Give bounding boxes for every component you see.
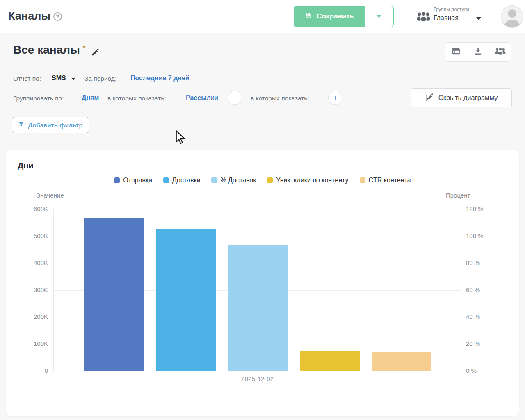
legend-item[interactable]: Уник. клики по контенту [267, 177, 348, 184]
chart-card: Дни ОтправкиДоставки% ДоставокУник. клик… [6, 150, 519, 416]
chevron-down-icon [376, 15, 382, 18]
chart-legend: ОтправкиДоставки% ДоставокУник. клики по… [6, 177, 519, 184]
right-axis-ticks: 120 %100 %80 %60 %40 %20 %0 % [466, 209, 503, 371]
bar-Уник. клики по контенту [300, 351, 360, 371]
legend-swatch [360, 177, 365, 183]
minus-icon: − [233, 93, 237, 102]
download-button[interactable] [467, 42, 489, 62]
access-groups-icon [416, 11, 431, 25]
edit-title-icon[interactable] [91, 48, 100, 58]
plus-icon: + [333, 93, 338, 102]
left-axis-tick-label: 200K [34, 313, 48, 321]
bar-% Доставок [228, 245, 288, 371]
save-options-button[interactable] [364, 6, 393, 27]
help-icon[interactable]: ? [53, 12, 62, 21]
table-icon [451, 46, 461, 58]
users-icon [495, 47, 506, 58]
left-axis-tick-label: 600K [34, 205, 48, 213]
add-dimension-button[interactable]: + [328, 91, 342, 105]
app-header: Каналы ? Сохранить [0, 0, 525, 33]
left-axis-tick-label: 500K [34, 232, 48, 240]
right-axis-tick-label: 80 % [466, 259, 480, 267]
legend-label: % Доставок [220, 177, 256, 184]
bar-Доставки [156, 229, 216, 371]
group-by-link[interactable]: Дням [82, 94, 99, 102]
group-by-label: Группировать по: [13, 95, 64, 102]
legend-label: CTR контента [369, 177, 411, 184]
legend-item[interactable]: Отправки [114, 177, 152, 184]
mouse-cursor [175, 130, 186, 148]
left-axis-ticks: 600K500K400K300K200K100K0 [6, 209, 48, 371]
left-axis-tick-label: 400K [34, 259, 48, 267]
access-groups-label: Группы доступа [434, 7, 470, 12]
share-access-button[interactable] [489, 42, 511, 62]
report-by-label: Отчет по: [13, 75, 41, 82]
legend-label: Доставки [172, 177, 200, 184]
remove-dimension-button[interactable]: − [228, 91, 242, 105]
chart-slash-icon [425, 93, 434, 103]
add-filter-button[interactable]: Добавить фильтр [12, 117, 89, 133]
show-in-label-2: в которых показать: [251, 95, 309, 102]
save-button[interactable]: Сохранить [294, 6, 364, 27]
chart-card-title: Дни [18, 161, 34, 170]
avatar[interactable] [501, 5, 523, 28]
right-axis-tick-label: 20 % [466, 340, 480, 348]
left-axis-tick-label: 100K [34, 340, 48, 348]
chevron-down-icon[interactable] [71, 78, 75, 81]
x-axis-category: 2025-12-02 [53, 375, 461, 383]
report-by-select[interactable]: SMS [52, 75, 66, 82]
right-axis-tick-label: 60 % [466, 286, 480, 294]
show-in-link[interactable]: Рассылки [186, 94, 218, 102]
add-filter-label: Добавить фильтр [28, 122, 82, 129]
legend-swatch [211, 177, 217, 183]
left-axis-tick-label: 300K [34, 286, 48, 294]
left-axis-tick-label: 0 [45, 367, 48, 375]
header-divider [399, 7, 399, 27]
left-axis-title: Значение [37, 192, 64, 199]
period-label: За период: [84, 75, 116, 82]
legend-item[interactable]: Доставки [163, 177, 200, 184]
right-axis-tick-label: 100 % [466, 232, 484, 240]
legend-swatch [163, 177, 169, 183]
legend-item[interactable]: % Доставок [211, 177, 256, 184]
chevron-down-icon[interactable] [476, 17, 481, 20]
legend-swatch [267, 177, 273, 183]
bar-Отправки [84, 218, 144, 371]
hide-chart-label: Скрыть диаграмму [438, 94, 498, 102]
legend-label: Отправки [123, 177, 152, 184]
save-split-button[interactable]: Сохранить [294, 6, 394, 27]
hide-chart-button[interactable]: Скрыть диаграмму [411, 88, 512, 107]
legend-label: Уник. клики по контенту [276, 177, 348, 184]
table-view-button[interactable] [445, 42, 467, 62]
period-link[interactable]: Последние 7 дней [130, 75, 189, 82]
page-title: Каналы [8, 10, 50, 23]
legend-swatch [114, 177, 120, 183]
bar-CTR контента [372, 352, 431, 371]
right-axis-tick-label: 120 % [466, 205, 484, 213]
report-title: Все каналы [13, 43, 80, 57]
download-icon [473, 46, 483, 58]
unsaved-star-icon: ★ [82, 43, 87, 50]
right-axis-tick-label: 40 % [466, 313, 480, 321]
access-group-selector[interactable]: Главная [434, 14, 459, 22]
right-axis-tick-label: 0 % [466, 367, 477, 375]
right-axis-title: Процент [446, 192, 470, 199]
report-actions-group [445, 42, 511, 62]
legend-item[interactable]: CTR контента [360, 177, 411, 184]
plot-area [53, 209, 461, 371]
save-button-label: Сохранить [317, 12, 354, 20]
filter-funnel-icon [18, 121, 24, 129]
show-in-label-1: в которых показать: [107, 95, 166, 102]
gridline [54, 209, 461, 209]
gridline [54, 371, 461, 371]
save-icon [304, 11, 312, 21]
